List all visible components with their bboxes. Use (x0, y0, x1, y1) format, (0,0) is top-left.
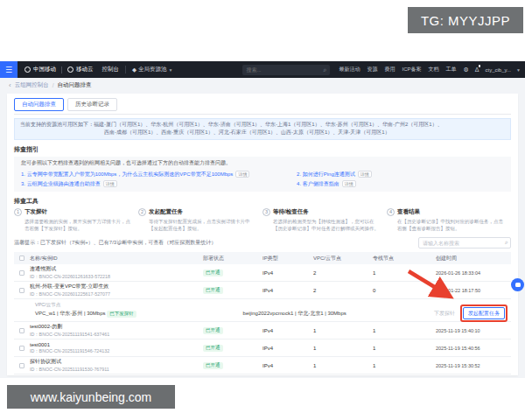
step-1-number: 1 (14, 208, 22, 216)
back-arrow-icon[interactable]: ‹ (9, 81, 11, 89)
filter-row: 温馨提示：已下发探针（7实例+）、已有7/3诊断中实例，可查看（对应探测数量统计… (14, 237, 511, 248)
bell-icon[interactable]: Δ (475, 66, 480, 73)
guidance-link-2-text[interactable]: 2. 如何进行Ping连通测试 (297, 172, 355, 177)
instance-id: ID：BNOC-CN-202601225617-527077 (30, 291, 203, 298)
table-search-input[interactable] (418, 237, 511, 248)
guidance-link-4[interactable]: 4. 客户侧排查指南详情 (297, 180, 509, 188)
header-vpc-nodes: VPC/云节点 (313, 255, 373, 262)
instance-name[interactable]: test0001 (30, 342, 203, 347)
navbar-menu-item[interactable]: 资源 (367, 66, 377, 74)
tab-auto-troubleshoot[interactable]: 自动问题排查 (14, 98, 64, 111)
guidance-link-3[interactable]: 3. 云组网企业级路由连通自助排查详情 (21, 180, 291, 188)
navbar-menu-item[interactable]: 费用 (384, 66, 395, 74)
vpc-node-count: 2 (313, 288, 373, 293)
detail-tag[interactable]: 详情 (342, 180, 356, 187)
detail-tag[interactable]: 详情 (103, 180, 117, 187)
guidance-links: 1. 云专网中带宽配置入户带宽为100Mbps，为什么云主机实际测速的VPC带宽… (21, 169, 504, 188)
brand-divider (61, 66, 62, 74)
breadcrumb: ‹ 云组网控制台 / 自动问题排查 (0, 78, 525, 92)
start-config-task-button[interactable]: 发起配置任务 (463, 307, 505, 319)
navbar-menu-item[interactable]: 最新活动 (339, 66, 360, 74)
step-1-title: 下发探针 (24, 208, 47, 216)
region-selector[interactable]: ◆ 全局资源池 ▼ (132, 66, 172, 74)
navbar-menu-item[interactable]: 工单 (446, 66, 457, 74)
instance-id: ID：BNOC-CN-202511191530-767911 (30, 367, 203, 373)
guidance-link-1[interactable]: 1. 云专网中带宽配置入户带宽为100Mbps，为什么云主机实际测速的VPC带宽… (21, 171, 291, 178)
top-navbar: ☰ 中国移动 移动云 控制台 ◆ 全局资源池 ▼ ⌕ 最新活动资源费用ICP备 (0, 61, 525, 78)
chat-bubble-icon (515, 283, 521, 287)
instance-name[interactable]: test0002-勿删 (30, 323, 203, 331)
china-mobile-logo-icon (24, 66, 31, 73)
region-label: 全局资源池 (138, 66, 167, 74)
detail-tag[interactable]: 详情 (235, 171, 249, 178)
nav-divider (125, 66, 126, 74)
table-row[interactable]: 连通性测试 ID：BNOC-CN-202601261633-572218 已开通… (14, 264, 511, 282)
table-row[interactable]: 杭州-外联-变更VPC带宽-立即生效 ID：BNOC-CN-2026012256… (14, 282, 511, 299)
guidance-link-1-text[interactable]: 1. 云专网中带宽配置入户带宽为100Mbps，为什么云主机实际测速的VPC带宽… (21, 172, 233, 177)
page-root: TG: MYYJJPP ☰ 中国移动 移动云 控制台 ◆ 全局资源池 ▼ ⌕ (0, 0, 525, 420)
row-checkbox[interactable] (19, 363, 24, 368)
global-search[interactable]: ⌕ (242, 65, 330, 75)
status-badge: 已开通 (203, 270, 223, 276)
table-row[interactable]: test0002-勿删 ID：BNOC-CN-202511191541-6374… (14, 322, 511, 340)
guidance-link-4-text[interactable]: 4. 客户侧排查指南 (297, 181, 340, 186)
navbar-menu-item[interactable]: ICP备案 (402, 66, 421, 74)
row-checkbox[interactable] (19, 288, 24, 293)
main-card: 自动问题排查 历史诊断记录 当前支持的资源池可用区如下：福建-厦门（可用区1）、… (7, 94, 518, 375)
filter-note: 温馨提示：已下发探针（7实例+）、已有7/3诊断中实例，可查看（对应探测数量统计… (14, 239, 216, 247)
search-icon: ⌕ (324, 66, 327, 74)
navbar-menu-item[interactable]: 文档 (429, 66, 439, 74)
guidance-link-3-text[interactable]: 3. 云组网企业级路由连通自助排查 (21, 181, 101, 186)
header-name: 名称/实例ID (30, 255, 203, 262)
instance-name[interactable]: 连通性测试 (30, 265, 203, 273)
table-search[interactable]: ⌕ (418, 237, 511, 248)
watermark-bottom: www.kaiyunbeing.com (7, 385, 175, 409)
step-2-desc: 等待下发探针配置完成后，点击实例详情卡片中【发起配置任务】按钮。 (149, 218, 256, 233)
tab-history-records[interactable]: 历史诊断记录 (67, 98, 117, 111)
global-search-input[interactable] (246, 67, 323, 73)
notice-line-2: 西南-成都（可用区1）、西南-重庆（可用区1）、河北-石家庄（可用区1）、山西-… (20, 129, 505, 136)
guidance-link-2[interactable]: 2. 如何进行Ping连通测试详情 (297, 171, 509, 178)
step-2-title: 发起配置任务 (149, 208, 183, 216)
instance-name[interactable]: 探针协议测试 (30, 358, 203, 366)
create-time: 2026-01-26 18:33:04 (436, 270, 511, 276)
user-account-menu[interactable]: cty_cib_y... (485, 67, 511, 73)
hamburger-menu-button[interactable]: ☰ (0, 61, 18, 78)
step-4-title: 查看结果 (397, 208, 420, 216)
vpc-node-count: 2 (313, 270, 373, 276)
line-node-count: 0 (373, 288, 436, 293)
line-node-count: 1 (373, 270, 436, 276)
detail-tag[interactable]: 详情 (358, 171, 372, 178)
vpc-item-1-text: VPC_w1 | 华东-苏州 | 30Mbps (35, 311, 105, 316)
instance-name[interactable]: 杭州-外联-变更VPC带宽-立即生效 (30, 283, 203, 290)
step-4-number: 4 (387, 208, 395, 216)
cloud-console-screenshot: ☰ 中国移动 移动云 控制台 ◆ 全局资源池 ▼ ⌕ 最新活动资源费用ICP备 (0, 61, 525, 378)
select-all-checkbox[interactable] (19, 256, 24, 261)
brand-logo[interactable]: 中国移动 移动云 (24, 66, 94, 74)
steps-wizard: 1下发探针 选择需要检测的实例，展开实例下方详情卡片，点击右侧【下发探针】按钮。… (14, 208, 511, 233)
table-row[interactable]: 探针协议测试 ID：BNOC-CN-202511191530-767911 已开… (14, 357, 511, 374)
chevron-down-icon: ▼ (169, 67, 173, 73)
row-checkbox[interactable] (19, 328, 24, 333)
notice-line-1: 当前支持的资源池可用区如下：福建-厦门（可用区1）、华东-杭州（可用区1）、华东… (20, 121, 505, 129)
step-4-desc: 在【历史诊断记录】中找到对应的诊断任务，点击右侧【查看诊断报告】按钮。 (397, 218, 504, 233)
row-checkbox[interactable] (19, 270, 24, 276)
support-float-button[interactable] (511, 278, 524, 291)
gear-icon[interactable]: ⚙ (464, 66, 469, 74)
step-3: 3等待/检查任务 若选择的检测类型为【持续性测速】，您可以在【历史诊断记录】中对… (262, 208, 387, 233)
watermark-top: TG: MYYJJPP (408, 7, 523, 33)
navbar-menu: 最新活动资源费用ICP备案文档工单 (339, 66, 456, 74)
create-time: 2026-01-22 18:17:50 (436, 288, 511, 293)
row-checkbox[interactable] (19, 346, 24, 351)
header-line-nodes: 专线节点 (373, 255, 436, 262)
red-highlight-box: 发起配置任务 (460, 304, 508, 322)
status-badge: 已开通 (203, 345, 223, 352)
tab-bar: 自动问题排查 历史诊断记录 (14, 98, 511, 115)
ip-type: IPv4 (262, 363, 313, 368)
step-3-number: 3 (262, 208, 270, 216)
step-3-desc: 若选择的检测类型为【持续性测速】，您可以在【历史诊断记录】中对任务进行解绑或关闭… (273, 218, 380, 233)
console-link[interactable]: 控制台 (102, 66, 120, 74)
breadcrumb-parent[interactable]: 云组网控制台 (15, 81, 49, 89)
table-row[interactable]: test0001 ID：BNOC-CN-202511191546-724132 … (14, 340, 511, 357)
status-badge: 已开通 (203, 287, 223, 294)
